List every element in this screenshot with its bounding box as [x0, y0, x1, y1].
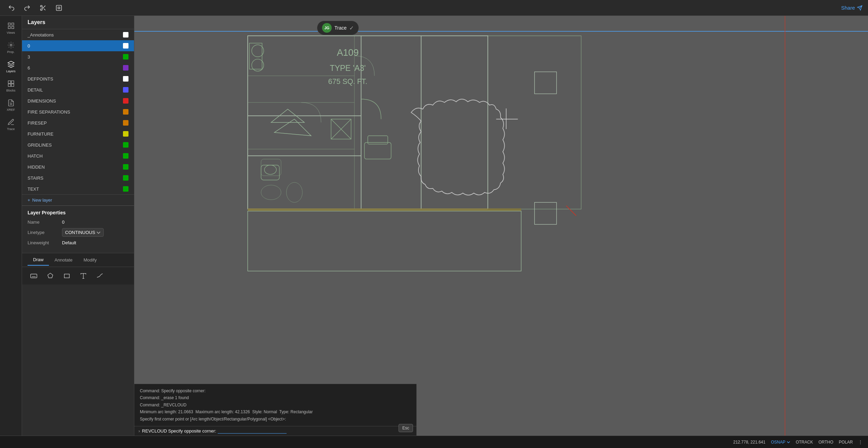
svg-rect-5 [56, 5, 62, 10]
sidebar-blocks-label: Blocks [6, 89, 16, 92]
command-input[interactable] [218, 429, 287, 434]
layer-color-swatch [123, 109, 128, 115]
layer-color-swatch [123, 32, 128, 38]
spline-tool[interactable] [94, 270, 106, 282]
sidebar-item-views[interactable]: Views [1, 19, 21, 37]
layer-color-swatch [123, 54, 128, 60]
status-osnap[interactable]: OSNAP [771, 440, 790, 445]
zoom-button[interactable] [53, 2, 65, 14]
sidebar-views-label: Views [7, 31, 15, 34]
keyboard-tool[interactable] [28, 270, 40, 282]
svg-line-3 [44, 9, 45, 10]
command-prompt-row: › REVCLOUD Specify opposite corner: [134, 426, 416, 436]
sidebar-trace-label: Trace [7, 127, 15, 131]
trace-avatar: JG [322, 23, 332, 33]
layer-item[interactable]: FIRE SEPARATIONS [22, 106, 134, 117]
layer-color-swatch [123, 164, 128, 170]
svg-text:675 SQ. FT.: 675 SQ. FT. [328, 77, 368, 86]
layer-color-swatch [123, 153, 128, 159]
layer-name: DIMENSIONS [28, 98, 56, 104]
layer-props-title: Layer Properties [28, 210, 128, 215]
layer-name: FIRE SEPARATIONS [28, 109, 70, 115]
sidebar-item-prop[interactable]: Prop. [1, 39, 21, 56]
svg-rect-17 [31, 274, 37, 278]
svg-rect-14 [11, 84, 13, 86]
tab-annotate[interactable]: Annotate [49, 255, 78, 265]
svg-point-10 [10, 44, 12, 46]
layer-item[interactable]: FURNITURE [22, 128, 134, 139]
sidebar-layers-label: Layers [6, 70, 16, 73]
layer-color-swatch [123, 76, 128, 82]
layer-item[interactable]: 6 [22, 62, 134, 73]
layer-list[interactable]: _Annotations 0 3 6 DEFPOINTS DETAIL DIME… [22, 29, 134, 194]
cut-button[interactable] [37, 2, 49, 14]
layer-name: 0 [28, 43, 30, 49]
undo-button[interactable] [6, 2, 17, 14]
command-output: Command: Specify opposite corner: Comman… [134, 384, 416, 426]
command-panel: Command: Specify opposite corner: Comman… [134, 384, 417, 436]
layer-name: 6 [28, 65, 30, 71]
prop-name-row: Name 0 [28, 220, 128, 225]
layer-item[interactable]: GRIDLINES [22, 139, 134, 150]
sidebar-item-trace[interactable]: Trace [1, 116, 21, 134]
layer-item[interactable]: _Annotations [22, 29, 134, 40]
rectangle-tool[interactable] [61, 270, 73, 282]
layer-name: GRIDLINES [28, 142, 52, 148]
redo-button[interactable] [21, 2, 33, 14]
sidebar-item-blocks[interactable]: Blocks [1, 77, 21, 95]
status-menu[interactable]: ⋮ [858, 440, 862, 445]
layer-properties: Layer Properties Name 0 Linetype CONTINU… [22, 205, 134, 253]
sidebar-item-layers[interactable]: Layers [1, 58, 21, 76]
sidebar-item-xref[interactable]: XREF [1, 96, 21, 114]
tab-draw[interactable]: Draw [28, 254, 49, 266]
layer-item[interactable]: STAIRS [22, 172, 134, 183]
command-line-3: Command: _REVCLOUD [140, 402, 411, 408]
prop-linetype-value: CONTINUOUS [65, 230, 95, 235]
red-guideline [785, 16, 785, 436]
canvas-area[interactable]: JG Trace ✓ [134, 16, 868, 436]
sidebar-icons: Views Prop. Layers Blocks XREF Trace [0, 16, 22, 436]
layer-item[interactable]: DETAIL [22, 84, 134, 95]
layer-item[interactable]: DEFPOINTS [22, 73, 134, 84]
tab-modify[interactable]: Modify [78, 255, 102, 265]
svg-rect-13 [8, 84, 10, 86]
status-otrack[interactable]: OTRACK [796, 440, 813, 445]
svg-rect-7 [11, 23, 13, 25]
command-line-1: Command: Specify opposite corner: [140, 387, 411, 394]
command-line-5: Specify first corner point or [Arc lengt… [140, 416, 411, 423]
layer-item[interactable]: DIMENSIONS [22, 95, 134, 106]
polygon-tool[interactable] [44, 270, 56, 282]
layer-color-swatch [123, 98, 128, 104]
sidebar-xref-label: XREF [7, 108, 15, 111]
layer-item[interactable]: 0 [22, 40, 134, 51]
esc-button[interactable]: Esc [399, 424, 413, 432]
prop-name-value: 0 [62, 220, 128, 225]
status-polar[interactable]: POLAR [839, 440, 853, 445]
status-bar: 212.778, 221.641 OSNAP OTRACK ORTHO POLA… [0, 436, 868, 448]
layer-name: HATCH [28, 153, 43, 159]
text-tool[interactable] [77, 270, 90, 282]
layer-item[interactable]: HIDDEN [22, 161, 134, 172]
top-toolbar: Share [0, 0, 868, 16]
svg-point-1 [41, 9, 42, 10]
new-layer-label: New layer [32, 198, 52, 203]
prop-name-label: Name [28, 220, 62, 225]
layer-item[interactable]: 3 [22, 51, 134, 62]
layer-item[interactable]: TEXT [22, 183, 134, 194]
status-ortho[interactable]: ORTHO [818, 440, 833, 445]
prop-linetype-label: Linetype [28, 230, 62, 235]
layer-item[interactable]: HATCH [22, 150, 134, 161]
new-layer-button[interactable]: + New layer [22, 194, 134, 205]
trace-confirm-button[interactable]: ✓ [349, 25, 354, 31]
svg-rect-6 [8, 23, 10, 25]
share-button[interactable]: Share [841, 5, 862, 11]
layer-color-swatch [123, 142, 128, 148]
layer-color-swatch [123, 186, 128, 192]
command-prompt-keyword: REVCLOUD [142, 428, 167, 434]
layer-item[interactable]: FIRESEP [22, 117, 134, 128]
svg-rect-19 [134, 16, 868, 436]
new-layer-plus: + [28, 198, 30, 203]
layer-color-swatch [123, 120, 128, 126]
layer-color-swatch [123, 131, 128, 137]
prop-linetype-select[interactable]: CONTINUOUS [62, 228, 104, 237]
